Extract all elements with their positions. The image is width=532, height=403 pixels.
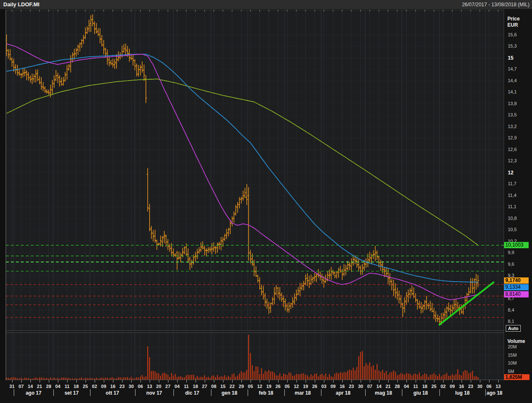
month-label-gen-18: gen 18 <box>221 390 237 396</box>
volume-tag-last-volume: 1,625M <box>504 374 529 380</box>
week-label-13-53: 13 <box>496 384 501 389</box>
volume-bars <box>7 335 478 380</box>
week-label-29-25: 29 <box>239 384 244 389</box>
week-tick-mark <box>397 380 398 383</box>
month-label-set-17: set 17 <box>65 390 79 396</box>
week-label-19-28: 19 <box>266 384 271 389</box>
week-tick-mark <box>186 380 187 383</box>
week-tick-mark <box>278 380 279 383</box>
volume-tick-20M: 20M <box>508 344 517 349</box>
week-label-11-44: 11 <box>413 384 418 389</box>
month-label-ott-17: ott 17 <box>106 390 119 396</box>
week-tick-mark <box>342 380 343 383</box>
week-label-12-27: 12 <box>257 384 262 389</box>
month-label-giu-18: giu 18 <box>414 390 428 396</box>
week-tick-mark <box>434 380 434 383</box>
week-label-06-52: 06 <box>487 384 492 389</box>
price-tick-15-3: 15,3 <box>508 43 517 48</box>
pane-frames <box>6 10 506 380</box>
week-label-13-15: 13 <box>147 384 152 389</box>
week-label-09-10: 09 <box>101 384 106 389</box>
week-label-28-42: 28 <box>395 384 400 389</box>
week-label-12-31: 12 <box>294 384 299 389</box>
week-tick-mark <box>324 380 324 383</box>
month-separator <box>248 389 248 396</box>
chart-title: Daily LDOF.MI <box>3 1 40 8</box>
price-tag-last-price: 9,1740 <box>504 277 529 284</box>
week-tick-mark <box>95 380 95 383</box>
week-tick-mark <box>122 380 123 383</box>
week-tick-mark <box>241 380 242 383</box>
title-bar: Daily LDOF.MI 26/07/2017 - 13/08/2018 (M… <box>0 0 532 10</box>
week-label-23-37: 23 <box>349 384 354 389</box>
chart-canvas[interactable] <box>0 0 532 403</box>
week-tick-mark <box>260 380 260 383</box>
week-tick-mark <box>287 380 288 383</box>
week-tick-mark <box>177 380 178 383</box>
week-label-16-36: 16 <box>340 384 345 389</box>
week-tick-mark <box>489 380 489 383</box>
week-label-27-21: 27 <box>202 384 207 389</box>
price-tick-9-9: 9,9 <box>508 250 514 255</box>
week-label-19-32: 19 <box>303 384 308 389</box>
week-label-26-33: 26 <box>312 384 317 389</box>
week-label-14-2: 14 <box>28 384 33 389</box>
month-label-apr-18: apr 18 <box>336 390 350 396</box>
volume-axis-title: Volume <box>507 338 525 344</box>
month-separator <box>173 389 174 396</box>
week-label-23-50: 23 <box>468 384 473 389</box>
week-label-20-16: 20 <box>156 384 161 389</box>
price-scale-axis[interactable]: Price EUR 15,615,31514,714,414,113,813,5… <box>504 9 532 403</box>
week-tick-mark <box>76 380 77 383</box>
month-separator <box>211 389 211 396</box>
week-tick-mark <box>351 380 352 383</box>
week-label-14-40: 14 <box>376 384 381 389</box>
week-tick-mark <box>315 380 315 383</box>
week-label-11-19: 11 <box>184 384 189 389</box>
month-label-mar-18: mar 18 <box>295 390 311 396</box>
week-tick-mark <box>58 380 58 383</box>
week-label-08-22: 08 <box>211 384 216 389</box>
month-separator <box>485 389 486 396</box>
week-label-27-17: 27 <box>166 384 171 389</box>
week-label-30-38: 30 <box>358 384 363 389</box>
volume-tick-5M: 5M <box>508 369 514 374</box>
week-tick-mark <box>168 380 168 383</box>
price-tick-13-2: 13,2 <box>508 124 517 129</box>
date-axis[interactable]: 3107142128041118250209162330061320270411… <box>0 380 532 403</box>
week-tick-mark <box>150 380 150 383</box>
week-label-16-49: 16 <box>459 384 464 389</box>
week-tick-mark <box>407 380 407 383</box>
price-auto-scale-button[interactable]: Auto <box>506 325 521 332</box>
week-tick-mark <box>251 380 251 383</box>
week-tick-mark <box>498 380 499 383</box>
week-label-05-30: 05 <box>285 384 290 389</box>
week-tick-mark <box>85 380 86 383</box>
week-tick-mark <box>232 380 233 383</box>
week-label-18-20: 18 <box>193 384 198 389</box>
month-separator <box>90 389 90 396</box>
week-tick-mark <box>214 380 214 383</box>
price-tick-8-1: 8,1 <box>508 319 514 324</box>
week-label-04-43: 04 <box>404 384 409 389</box>
week-tick-mark <box>40 380 40 383</box>
price-tick-10-8: 10,8 <box>508 216 517 221</box>
week-tick-mark <box>333 380 334 383</box>
week-tick-mark <box>388 380 389 383</box>
week-label-05-26: 05 <box>248 384 253 389</box>
week-label-02-9: 02 <box>92 384 97 389</box>
week-label-16-11: 16 <box>110 384 115 389</box>
month-separator <box>321 389 321 396</box>
week-label-22-24: 22 <box>230 384 235 389</box>
price-tick-15: 15 <box>508 55 513 61</box>
ma-magenta-50d-line <box>7 44 478 300</box>
month-separator <box>14 389 14 396</box>
price-tick-12-9: 12,9 <box>508 135 517 140</box>
week-label-31-0: 31 <box>10 384 15 389</box>
price-axis-title: Price <box>507 16 519 22</box>
week-tick-mark <box>104 380 104 383</box>
week-tick-mark <box>306 380 306 383</box>
week-tick-mark <box>452 380 453 383</box>
month-label-mag-18: mag 18 <box>375 390 392 396</box>
price-tick-12-3: 12,3 <box>508 158 517 163</box>
